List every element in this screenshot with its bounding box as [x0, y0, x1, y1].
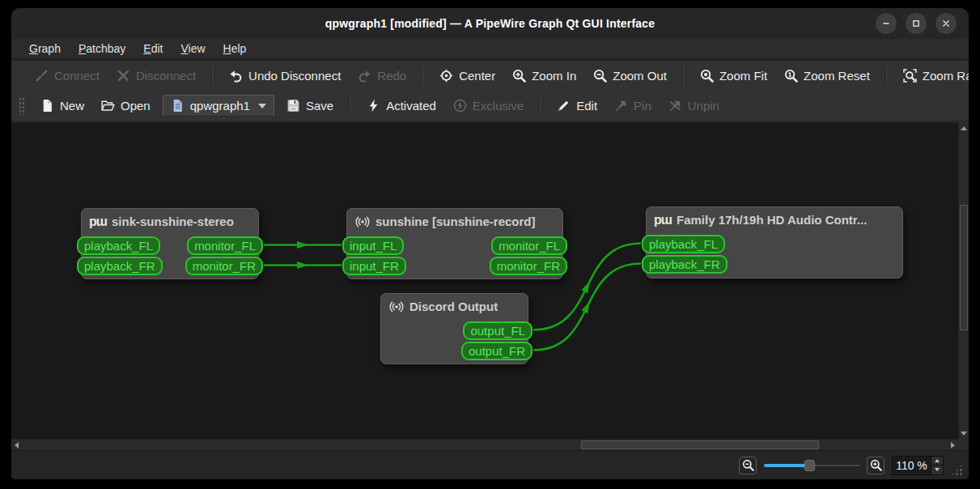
open-button[interactable]: Open: [94, 95, 158, 117]
toolbar-button-label: Exclusive: [473, 99, 524, 113]
statusbar-zoom-in-button[interactable]: [867, 457, 885, 474]
port-playback_FL[interactable]: playback_FL: [77, 236, 160, 255]
toolbar-button-label: Center: [459, 69, 495, 83]
resize-grip[interactable]: [951, 464, 964, 477]
port-monitor_FL[interactable]: monitor_FL: [187, 236, 263, 255]
toolbar-button-label: Zoom In: [532, 69, 576, 83]
close-button[interactable]: [935, 13, 957, 34]
toolbar-button-label: Save: [306, 99, 333, 113]
port-output_FR[interactable]: output_FR: [461, 342, 532, 360]
node-title: Discord Output: [409, 300, 498, 313]
minimize-button[interactable]: [876, 13, 897, 34]
zoom-percent-value: 110 %: [893, 457, 931, 474]
new-button[interactable]: New: [33, 95, 91, 117]
node-title: Family 17h/19h HD Audio Contr...: [677, 213, 867, 227]
triangle-down-icon: [961, 432, 967, 436]
horizontal-scrollbar-thumb[interactable]: [581, 440, 819, 449]
zoom-in-button[interactable]: Zoom In: [505, 65, 583, 87]
app-window: qpwgraph1 [modified] — A PipeWire Graph …: [11, 8, 969, 479]
activated-button[interactable]: Activated: [359, 95, 443, 117]
menubar: GraphPatchbayEditViewHelp: [11, 39, 969, 61]
zoom-slider-handle[interactable]: [804, 460, 815, 471]
window-controls: [876, 13, 969, 34]
edit-pencil-icon: [557, 99, 571, 113]
menu-help[interactable]: Help: [215, 40, 255, 57]
graph-viewport[interactable]: pɯsink-sunshine-stereoplayback_FLplaybac…: [11, 122, 958, 439]
triangle-up-icon: [935, 459, 940, 462]
exclusive-bolt-icon: [453, 99, 467, 113]
scroll-left-button[interactable]: [11, 440, 22, 450]
zoom-out-button[interactable]: Zoom Out: [586, 65, 674, 87]
toolbar-button-label: Connect: [54, 69, 100, 83]
menu-view[interactable]: View: [172, 40, 213, 57]
patchbay-selector-combo[interactable]: qpwgraph1: [163, 95, 274, 117]
connect-icon: [35, 69, 49, 83]
spin-up-button[interactable]: [931, 457, 943, 466]
connection-arrow-icon: [581, 280, 592, 294]
new-file-icon: [40, 99, 54, 113]
close-icon: [941, 19, 951, 28]
port-monitor_FR[interactable]: monitor_FR: [185, 257, 263, 275]
node-title-bar: pɯFamily 17h/19h HD Audio Contr...: [654, 213, 897, 227]
scroll-right-button[interactable]: [948, 440, 958, 450]
zoom-slider-filled-track: [764, 464, 806, 467]
zoom-fit-icon: [700, 69, 714, 83]
statusbar-zoom-out-button[interactable]: [739, 457, 757, 474]
zoom-reset-button[interactable]: Zoom Reset: [777, 65, 877, 87]
scroll-down-button[interactable]: [959, 427, 969, 439]
port-monitor_FL[interactable]: monitor_FL: [491, 236, 567, 255]
toolbar-button-label: New: [60, 99, 84, 113]
node-sunshine[interactable]: sunshine [sunshine-record]input_FLinput_…: [346, 208, 563, 279]
save-button[interactable]: Save: [279, 95, 341, 117]
toolbar-separator: [212, 67, 213, 85]
pipewire-icon: pɯ: [89, 215, 107, 228]
toolbar-drag-handle[interactable]: [19, 97, 24, 115]
toolbar-button-label: Zoom Out: [613, 69, 667, 83]
menu-edit[interactable]: Edit: [135, 40, 171, 57]
zoom-slider[interactable]: [764, 458, 859, 473]
port-monitor_FR[interactable]: monitor_FR: [490, 257, 567, 275]
zoom-range-button[interactable]: Zoom Range: [896, 65, 969, 87]
port-playback_FR[interactable]: playback_FR: [77, 257, 163, 275]
port-playback_FL[interactable]: playback_FL: [642, 235, 725, 253]
toolbar-button-label: Edit: [576, 99, 597, 113]
port-playback_FR[interactable]: playback_FR: [642, 255, 728, 274]
toolbar-separator: [422, 67, 423, 85]
horizontal-scrollbar[interactable]: [11, 439, 958, 450]
graph-canvas-area: pɯsink-sunshine-stereoplayback_FLplaybac…: [11, 121, 969, 450]
node-title: sunshine [sunshine-record]: [375, 215, 536, 228]
port-input_FR[interactable]: input_FR: [342, 257, 406, 275]
triangle-right-icon: [951, 442, 955, 449]
exclusive-button: Exclusive: [446, 95, 531, 117]
toolbar-button-label: Zoom Fit: [719, 69, 767, 83]
connect-button: Connect: [28, 65, 107, 87]
node-family[interactable]: pɯFamily 17h/19h HD Audio Contr...playba…: [646, 206, 903, 279]
connection-arrow-icon: [297, 262, 308, 269]
vertical-scrollbar[interactable]: [958, 122, 969, 439]
maximize-button[interactable]: [906, 13, 927, 34]
menu-patchbay[interactable]: Patchbay: [70, 40, 134, 57]
scroll-up-button[interactable]: [959, 122, 969, 134]
node-sink[interactable]: pɯsink-sunshine-stereoplayback_FLplaybac…: [81, 208, 259, 279]
connection-arrow-icon: [581, 300, 592, 314]
port-input_FL[interactable]: input_FL: [342, 236, 404, 255]
patchbay-selector-value: qpwgraph1: [190, 99, 250, 113]
redo-button: Redo: [350, 65, 414, 87]
spin-down-button[interactable]: [931, 466, 943, 474]
toolbar-button-label: Disconnect: [136, 69, 196, 83]
toolbar-main: ConnectDisconnectUndo DisconnectRedoCent…: [11, 61, 969, 91]
menu-graph[interactable]: Graph: [21, 40, 69, 57]
titlebar[interactable]: qpwgraph1 [modified] — A PipeWire Graph …: [11, 8, 969, 39]
window-title: qpwgraph1 [modified] — A PipeWire Graph …: [11, 17, 969, 30]
undo-disconnect-button[interactable]: Undo Disconnect: [222, 65, 348, 87]
zoom-fit-button[interactable]: Zoom Fit: [693, 65, 774, 87]
pin-button: Pin: [607, 95, 659, 117]
node-discord[interactable]: Discord Outputoutput_FLoutput_FR: [380, 293, 528, 364]
port-output_FL[interactable]: output_FL: [463, 321, 532, 340]
edit-button[interactable]: Edit: [549, 95, 605, 117]
toolbar-button-label: Pin: [634, 99, 651, 113]
zoom-percent-spinbox[interactable]: 110 %: [892, 456, 944, 475]
center-button[interactable]: Center: [432, 65, 503, 87]
center-icon: [439, 69, 453, 83]
vertical-scrollbar-thumb[interactable]: [960, 205, 968, 330]
